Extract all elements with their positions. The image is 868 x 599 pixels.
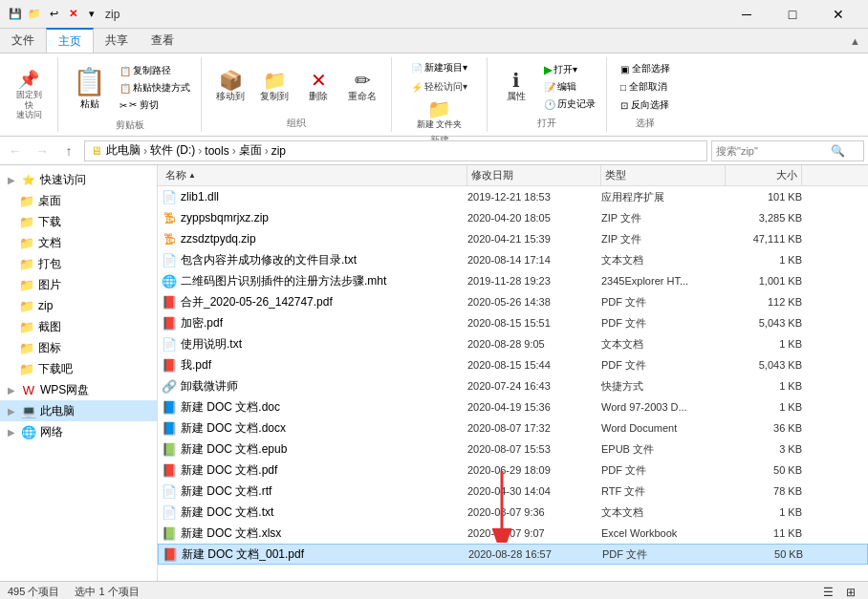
col-header-type[interactable]: 类型 bbox=[601, 165, 726, 185]
col-header-name[interactable]: 名称 ▲ bbox=[162, 165, 467, 185]
sidebar-item-download[interactable]: 📁 下载 bbox=[0, 211, 157, 232]
move-to-button[interactable]: 📦 移动到 bbox=[209, 60, 251, 114]
path-part-1: 软件 (D:) bbox=[150, 142, 195, 159]
large-icons-view-button[interactable]: ⊞ bbox=[841, 583, 860, 600]
file-size: 1 KB bbox=[726, 506, 802, 518]
file-size: 1 KB bbox=[726, 401, 802, 413]
new-folder-button[interactable]: 📁 新建 文件夹 bbox=[412, 97, 467, 132]
file-name: zyppsbqmrjxz.zip bbox=[181, 211, 467, 225]
tab-view[interactable]: 查看 bbox=[140, 29, 185, 53]
sidebar-item-print[interactable]: 📁 打包 bbox=[0, 253, 157, 274]
sidebar-item-wps[interactable]: ▶ W WPS网盘 bbox=[0, 379, 157, 400]
sidebar-item-documents[interactable]: 📁 文档 bbox=[0, 232, 157, 253]
file-row[interactable]: 📗 新建 DOC 文档.xlsx 2020-08-07 9:07 Excel W… bbox=[158, 523, 868, 544]
select-none-button[interactable]: □ 全部取消 bbox=[616, 78, 672, 96]
sidebar-item-network[interactable]: ▶ 🌐 网络 bbox=[0, 421, 157, 442]
file-icon: 📕 bbox=[162, 315, 177, 331]
delete-button[interactable]: ✕ 删除 bbox=[297, 60, 339, 114]
forward-button[interactable]: → bbox=[31, 139, 54, 162]
file-row[interactable]: 📕 新建 DOC 文档_001.pdf 2020-08-28 16:57 PDF… bbox=[158, 544, 868, 565]
pin-to-quick-access-button[interactable]: 📌 固定到快速访问 bbox=[8, 70, 50, 119]
undo-tb-icon[interactable]: ↩ bbox=[46, 7, 61, 22]
file-row[interactable]: 📘 新建 DOC 文档.doc 2020-04-19 15:36 Word 97… bbox=[158, 396, 868, 417]
file-row[interactable]: 📕 我.pdf 2020-08-15 15:44 PDF 文件 5,043 KB bbox=[158, 354, 868, 375]
history-button[interactable]: 🕐 历史记录 bbox=[541, 96, 598, 112]
tab-file[interactable]: 文件 bbox=[0, 29, 46, 53]
file-icon: 🔗 bbox=[162, 378, 177, 394]
file-row[interactable]: 🗜 zyppsbqmrjxz.zip 2020-04-20 18:05 ZIP … bbox=[158, 207, 868, 228]
sidebar-item-screenshot[interactable]: 📁 截图 bbox=[0, 316, 157, 337]
select-label: 选择 bbox=[636, 117, 655, 130]
file-size: 47,111 KB bbox=[726, 233, 802, 245]
file-row[interactable]: 📄 zlib1.dll 2019-12-21 18:53 应用程序扩展 101 … bbox=[158, 186, 868, 207]
file-row[interactable]: 🗜 zzsdztpydq.zip 2020-04-21 15:39 ZIP 文件… bbox=[158, 228, 868, 249]
file-type: 快捷方式 bbox=[601, 379, 726, 394]
file-icon: 📕 bbox=[162, 294, 177, 310]
shortcut-icon: 📋 bbox=[119, 83, 131, 94]
file-row[interactable]: 🔗 卸载微讲师 2020-07-24 16:43 快捷方式 1 KB bbox=[158, 375, 868, 396]
file-row[interactable]: 📄 新建 DOC 文档.rtf 2020-04-30 14:04 RTF 文件 … bbox=[158, 481, 868, 502]
file-date: 2020-04-19 15:36 bbox=[467, 401, 601, 413]
maximize-button[interactable]: □ bbox=[770, 0, 814, 29]
file-name: 加密.pdf bbox=[181, 315, 467, 332]
file-row[interactable]: 📄 新建 DOC 文档.txt 2020-08-07 9:36 文本文档 1 K… bbox=[158, 502, 868, 523]
copy-to-button[interactable]: 📁 复制到 bbox=[253, 60, 295, 114]
file-rows-container: 📄 zlib1.dll 2019-12-21 18:53 应用程序扩展 101 … bbox=[158, 186, 868, 565]
search-icon[interactable]: 🔍 bbox=[831, 144, 845, 158]
rename-button[interactable]: ✏ 重命名 bbox=[341, 60, 383, 114]
screenshot-icon: 📁 bbox=[19, 319, 34, 334]
clipboard-label: 剪贴板 bbox=[116, 118, 144, 132]
sidebar-item-zip[interactable]: 📁 zip bbox=[0, 295, 157, 316]
sidebar-item-icons[interactable]: 📁 图标 bbox=[0, 337, 157, 358]
search-input[interactable] bbox=[716, 145, 831, 157]
edit-button[interactable]: 📝 编辑 bbox=[541, 79, 598, 95]
tab-share[interactable]: 共享 bbox=[94, 29, 140, 53]
file-row[interactable]: 🌐 二维码图片识别插件的注册方法步骤.mht 2019-11-28 19:23 … bbox=[158, 270, 868, 291]
address-path[interactable]: 🖥 此电脑 › 软件 (D:) › tools › 桌面 › zip bbox=[84, 140, 707, 161]
file-size: 78 KB bbox=[726, 485, 802, 497]
properties-button[interactable]: ℹ 属性 bbox=[495, 60, 537, 114]
ribbon-collapse-btn[interactable]: ▲ bbox=[850, 35, 860, 47]
file-row[interactable]: 📗 新建 DOC 文档.epub 2020-08-07 15:53 EPUB 文… bbox=[158, 439, 868, 460]
new-item-button[interactable]: 📄 新建项目▾ bbox=[406, 59, 472, 76]
copy-path-button[interactable]: 📋 复制路径 bbox=[117, 63, 193, 78]
file-row[interactable]: 📄 使用说明.txt 2020-08-28 9:05 文本文档 1 KB bbox=[158, 333, 868, 354]
tab-home[interactable]: 主页 bbox=[46, 28, 94, 53]
file-date: 2020-08-07 9:07 bbox=[467, 527, 601, 539]
minimize-button[interactable]: ─ bbox=[725, 0, 769, 29]
path-part-3: 桌面 bbox=[239, 142, 262, 159]
col-header-date[interactable]: 修改日期 bbox=[467, 165, 601, 185]
file-row[interactable]: 📕 合并_2020-05-26_142747.pdf 2020-05-26 14… bbox=[158, 291, 868, 312]
details-view-button[interactable]: ☰ bbox=[818, 583, 837, 600]
file-size: 11 KB bbox=[726, 527, 802, 539]
back-button[interactable]: ← bbox=[4, 139, 27, 162]
file-icon: 📗 bbox=[162, 525, 177, 541]
sidebar-item-desktop[interactable]: 📁 桌面 bbox=[0, 190, 157, 211]
col-header-size[interactable]: 大小 bbox=[726, 165, 802, 185]
cut-button[interactable]: ✂ ✂ 剪切 bbox=[117, 97, 193, 113]
sidebar-item-quick-access[interactable]: ▶ ⭐ 快速访问 bbox=[0, 169, 157, 190]
file-row[interactable]: 📄 包含内容并成功修改的文件目录.txt 2020-08-14 17:14 文本… bbox=[158, 249, 868, 270]
open-button[interactable]: ▶ 打开▾ bbox=[541, 62, 598, 77]
file-row[interactable]: 📕 加密.pdf 2020-08-15 15:51 PDF 文件 5,043 K… bbox=[158, 312, 868, 333]
invert-selection-button[interactable]: ⊡ 反向选择 bbox=[616, 96, 674, 114]
zip-label: zip bbox=[38, 299, 53, 312]
sidebar-item-thispc[interactable]: ▶ 💻 此电脑 bbox=[0, 400, 157, 421]
easy-access-button[interactable]: ⚡ 轻松访问▾ bbox=[406, 78, 472, 96]
sidebar-item-pictures[interactable]: 📁 图片 bbox=[0, 274, 157, 295]
file-row[interactable]: 📘 新建 DOC 文档.docx 2020-08-07 17:32 Word D… bbox=[158, 417, 868, 439]
search-box[interactable]: 🔍 bbox=[711, 140, 864, 161]
file-size: 36 KB bbox=[726, 422, 802, 434]
up-button[interactable]: ↑ bbox=[57, 139, 80, 162]
close-button[interactable]: ✕ bbox=[816, 0, 860, 29]
select-all-button[interactable]: ▣ 全部选择 bbox=[616, 60, 675, 77]
quick-access-label: 快速访问 bbox=[40, 172, 86, 188]
paste-button[interactable]: 📋 粘贴 bbox=[66, 59, 113, 117]
new-folder-tb-icon[interactable]: 📁 bbox=[27, 7, 42, 22]
dropdown-tb-icon[interactable]: ▾ bbox=[84, 7, 99, 22]
file-row[interactable]: 📕 新建 DOC 文档.pdf 2020-06-29 18:09 PDF 文件 … bbox=[158, 460, 868, 481]
sidebar-item-downloads2[interactable]: 📁 下载吧 bbox=[0, 358, 157, 379]
quick-access-icon[interactable]: 💾 bbox=[8, 7, 23, 22]
paste-shortcut-button[interactable]: 📋 粘贴快捷方式 bbox=[117, 80, 193, 96]
close-tb-icon[interactable]: ✕ bbox=[65, 7, 80, 22]
